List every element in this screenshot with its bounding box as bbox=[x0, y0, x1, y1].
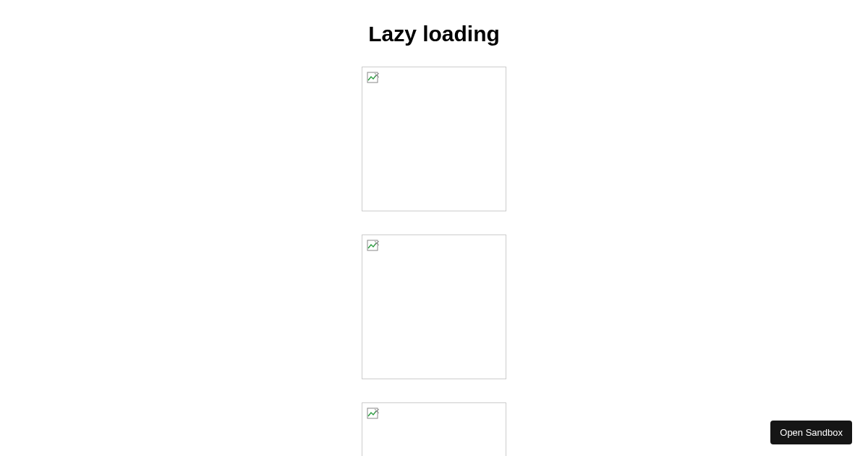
image-placeholder bbox=[362, 402, 506, 456]
broken-image-icon bbox=[367, 240, 380, 253]
main-container: Lazy loading bbox=[0, 0, 868, 456]
image-placeholder bbox=[362, 67, 506, 211]
open-sandbox-button[interactable]: Open Sandbox bbox=[770, 421, 852, 444]
page-title: Lazy loading bbox=[368, 22, 500, 46]
broken-image-icon bbox=[367, 408, 380, 421]
image-placeholder bbox=[362, 235, 506, 379]
broken-image-icon bbox=[367, 72, 380, 85]
image-list bbox=[362, 67, 506, 456]
